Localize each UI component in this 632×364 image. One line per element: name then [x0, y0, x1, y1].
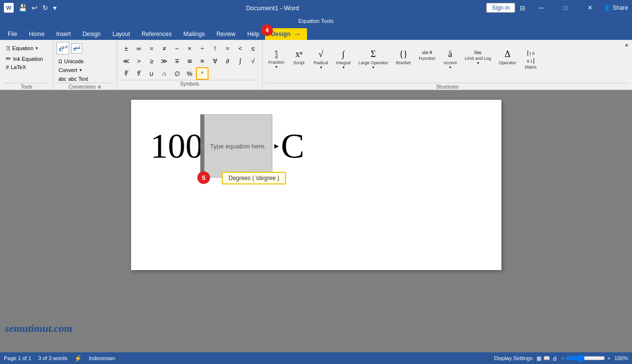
ribbon-toggle-btn[interactable]: ⊟ [517, 4, 528, 12]
document-area: semutimut.com 100 ⋮ Type equation here. … [0, 90, 632, 352]
symbol-btn-8[interactable]: ≈ [221, 42, 234, 55]
symbol-btn-17[interactable]: ≡ [196, 55, 209, 67]
share-btn[interactable]: 👤 Share [603, 4, 628, 11]
struct-btn-bracket[interactable]: {}Bracket [393, 48, 414, 71]
symbol-btn-24[interactable]: ∪ [145, 67, 158, 80]
struct-btn-function[interactable]: sin θFunction [416, 48, 439, 71]
unicode-btn[interactable]: Ω Unicode [57, 57, 114, 65]
tab-design-eq[interactable]: 4 Design → [265, 28, 307, 40]
zoom-range[interactable] [566, 354, 605, 362]
structures-label: Structures [266, 83, 629, 90]
normal-view-icon[interactable]: ▦ [536, 355, 541, 362]
symbol-btn-26[interactable]: ∅ [171, 67, 183, 80]
undo-btn[interactable]: ↩ [30, 3, 39, 13]
symbol-btn-2[interactable]: = [145, 42, 158, 55]
symbol-btn-11[interactable]: ≪ [120, 55, 133, 67]
tab-review[interactable]: Review [211, 28, 241, 40]
collapse-icon[interactable]: ▲ [624, 42, 629, 47]
struct-label-2: Radical [314, 60, 328, 65]
struct-dropdown-7: ▾ [449, 65, 451, 70]
symbol-btn-6[interactable]: ÷ [196, 42, 209, 55]
tab-mailings[interactable]: Mailings [177, 28, 211, 40]
symbol-btn-28[interactable]: ° [196, 67, 209, 80]
tab-references[interactable]: References [136, 28, 177, 40]
symbol-btn-4[interactable]: ~ [171, 42, 183, 55]
symbol-btn-7[interactable]: ! [209, 42, 221, 55]
structures-section: ▲ ndFraction▾xⁿScript√Radical▾∫Integral▾… [263, 40, 632, 90]
zoom-slider[interactable]: − + [561, 354, 611, 362]
symbol-btn-9[interactable]: < [234, 42, 247, 55]
title-bar: W 💾 ↩ ↻ ▾ Document1 - Word Sign in ⊟ — □… [0, 0, 632, 16]
symbol-btn-20[interactable]: ∫ [234, 55, 247, 67]
symbol-btn-23[interactable]: ∜ [133, 67, 145, 80]
ink-equation-btn[interactable]: ✏ Ink Equation [4, 54, 49, 63]
symbol-btn-25[interactable]: ∩ [158, 67, 171, 80]
equation-input-area[interactable]: Type equation here. ▶ [204, 114, 272, 178]
equation-box[interactable]: ⋮ Type equation here. ▶ [204, 114, 272, 178]
struct-btn-operator[interactable]: ΔOperator [496, 48, 519, 71]
symbol-btn-14[interactable]: ≫ [158, 55, 171, 67]
struct-btn-large-operator[interactable]: ΣLarge Operator▾ [356, 48, 391, 71]
symbol-btn-27[interactable]: % [183, 67, 196, 80]
symbol-btn-0[interactable]: ± [120, 42, 133, 55]
redo-btn[interactable]: ↻ [40, 3, 50, 13]
latex-icon: # [6, 64, 9, 70]
equation-btn[interactable]: π Equation ▾ [4, 42, 49, 54]
minimize-btn[interactable]: — [530, 0, 553, 16]
convert-btn[interactable]: Convert ▾ [57, 66, 114, 74]
symbol-btn-15[interactable]: ∓ [171, 55, 183, 67]
symbol-btn-12[interactable]: > [133, 55, 145, 67]
struct-btn-accent[interactable]: äAccent▾ [440, 48, 460, 71]
save-btn[interactable]: 💾 [17, 3, 29, 13]
struct-icon-2: √ [319, 49, 324, 60]
struct-btn-limit-and-log[interactable]: limLimit and Log▾ [462, 48, 494, 71]
symbol-btn-5[interactable]: × [183, 42, 196, 55]
symbol-btn-19[interactable]: ∂ [221, 55, 234, 67]
scroll-handle[interactable]: ▶ [274, 143, 279, 150]
symbol-btn-18[interactable]: ∀ [209, 55, 221, 67]
eq-dropdown-icon: ▾ [36, 46, 38, 51]
maximize-btn[interactable]: □ [555, 0, 577, 16]
struct-btn-radical[interactable]: √Radical▾ [311, 48, 331, 71]
symbol-btn-1[interactable]: ∞ [133, 42, 145, 55]
struct-label-1: Script [293, 60, 305, 65]
ribbon-tabs: File Home Insert Design Layout Reference… [0, 26, 632, 40]
abc-text-btn[interactable]: abc abc Text [57, 75, 114, 83]
symbol-btn-16[interactable]: ≅ [183, 55, 196, 67]
tab-file[interactable]: File [2, 28, 23, 40]
struct-label-0: Fraction [268, 60, 285, 65]
conversions-section: 𝑒ˣ 𝑒ˣ Ω Unicode Convert ▾ abc abc Text C… [54, 40, 117, 90]
drag-handle[interactable]: ⋮ [200, 114, 204, 178]
accessibility-icon: ⚡ [74, 355, 82, 362]
struct-btn-script[interactable]: xⁿScript [289, 48, 309, 71]
close-btn[interactable]: ✕ [579, 0, 601, 16]
ink-equation-label: Ink Equation [13, 56, 43, 62]
eq-tools-label: Equation Tools [299, 18, 334, 24]
symbol-btn-3[interactable]: ≠ [158, 42, 171, 55]
print-view-icon[interactable]: 🖨 [552, 355, 557, 362]
zoom-in-icon[interactable]: + [607, 355, 610, 361]
symbol-btn-13[interactable]: ≥ [145, 55, 158, 67]
read-view-icon[interactable]: 📖 [543, 355, 550, 362]
tab-layout[interactable]: Layout [107, 28, 136, 40]
zoom-out-icon[interactable]: − [561, 355, 564, 361]
symbol-btn-10[interactable]: ≤ [247, 42, 259, 55]
tab-home[interactable]: Home [23, 28, 50, 40]
watermark: semutimut.com [5, 322, 73, 335]
display-settings-btn[interactable]: Display Settings [494, 355, 533, 361]
signin-button[interactable]: Sign in [486, 3, 515, 13]
struct-btn-matrix[interactable]: [1 00 1]Matrix [521, 48, 540, 71]
unicode-icon: Ω [58, 59, 62, 64]
tab-insert[interactable]: Insert [50, 28, 77, 40]
abc-icon: abc [58, 76, 66, 82]
latex-btn[interactable]: # LaTeX [4, 63, 49, 71]
customize-btn[interactable]: ▾ [51, 3, 58, 13]
struct-btn-integral[interactable]: ∫Integral▾ [333, 48, 354, 71]
symbol-btn-21[interactable]: √ [247, 55, 259, 67]
quick-access-toolbar: 💾 ↩ ↻ ▾ [17, 3, 58, 13]
struct-btn-fraction[interactable]: ndFraction▾ [266, 48, 287, 71]
share-icon: 👤 [603, 4, 611, 11]
symbol-btn-22[interactable]: ∛ [120, 67, 133, 80]
unicode-label: Unicode [64, 58, 83, 64]
tab-design-main[interactable]: Design [77, 28, 106, 40]
